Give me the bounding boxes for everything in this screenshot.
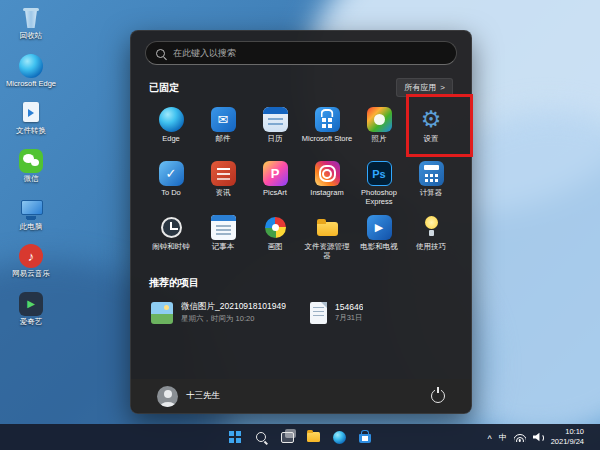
task-view-button[interactable] <box>277 427 297 447</box>
desktop-icon-label: 此电脑 <box>20 223 43 232</box>
play-icon <box>19 292 43 316</box>
app-label: 日历 <box>268 135 283 144</box>
file-convert-icon <box>19 101 43 125</box>
app-label: 计算器 <box>420 189 443 198</box>
app-label: 电影和电视 <box>360 243 398 252</box>
pinned-app-movies-tv[interactable]: 电影和电视 <box>353 212 405 266</box>
movies-tv-icon <box>367 215 392 240</box>
pinned-app-alarms[interactable]: 闹钟和时钟 <box>145 212 197 266</box>
pinned-app-calculator[interactable]: 计算器 <box>405 158 457 212</box>
recommended-grid: 微信图片_20210918101949 星期六，时间为 10:20 154646… <box>145 296 457 329</box>
calendar-icon <box>263 107 288 132</box>
app-label: 画图 <box>268 243 283 252</box>
desktop-icon-column: 回收站 Microsoft Edge 文件转换 微信 此电脑 网易云音乐 爱奇艺 <box>4 6 58 326</box>
all-apps-button[interactable]: 所有应用 > <box>396 78 453 97</box>
picsart-icon <box>263 161 288 186</box>
desktop-icon-music[interactable]: 网易云音乐 <box>4 244 58 279</box>
input-method-indicator[interactable]: 中 <box>499 432 507 443</box>
power-button[interactable] <box>431 389 445 403</box>
tray-expand-button[interactable]: ^ <box>487 435 491 444</box>
document-icon <box>310 302 327 324</box>
user-name[interactable]: 十三先生 <box>186 390 220 402</box>
recommended-item-subtitle: 7月31日 <box>335 313 363 323</box>
desktop-icon-label: Microsoft Edge <box>6 80 56 89</box>
pinned-app-paint[interactable]: 画图 <box>249 212 301 266</box>
lightbulb-icon <box>419 215 444 240</box>
app-label: Photoshop Express <box>353 189 405 206</box>
chevron-right-icon: > <box>440 83 445 92</box>
app-label: 照片 <box>372 135 387 144</box>
pinned-app-news[interactable]: 资讯 <box>197 158 249 212</box>
desktop-icon-this-pc[interactable]: 此电脑 <box>4 197 58 232</box>
folder-icon <box>307 432 320 442</box>
app-label: 文件资源管理器 <box>301 243 353 260</box>
pinned-header: 已固定 所有应用 > <box>145 78 457 97</box>
pinned-app-notepad[interactable]: 记事本 <box>197 212 249 266</box>
recommended-item[interactable]: 154646 7月31日 <box>304 296 457 329</box>
pinned-app-todo[interactable]: To Do <box>145 158 197 212</box>
desktop: 回收站 Microsoft Edge 文件转换 微信 此电脑 网易云音乐 爱奇艺 <box>0 0 600 450</box>
pinned-app-photoshop-express[interactable]: Photoshop Express <box>353 158 405 212</box>
task-view-icon <box>281 432 294 443</box>
clock-icon <box>159 215 184 240</box>
taskbar-clock[interactable]: 10:10 2021/9/24 <box>551 427 584 447</box>
pinned-app-picsart[interactable]: PicsArt <box>249 158 301 212</box>
app-label: Instagram <box>310 189 343 198</box>
clock-date: 2021/9/24 <box>551 437 584 447</box>
recommended-item-text: 微信图片_20210918101949 星期六，时间为 10:20 <box>181 301 286 324</box>
start-button[interactable] <box>225 427 245 447</box>
taskbar: ^ 中 10:10 2021/9/24 <box>0 424 600 450</box>
app-label: 资讯 <box>216 189 231 198</box>
image-thumbnail-icon <box>151 302 173 324</box>
pinned-app-mail[interactable]: 邮件 <box>197 104 249 158</box>
instagram-icon <box>315 161 340 186</box>
desktop-icon-label: 微信 <box>24 175 39 184</box>
store-icon <box>359 434 371 443</box>
pinned-app-settings[interactable]: 设置 <box>405 104 457 158</box>
user-avatar[interactable] <box>157 386 178 407</box>
search-icon <box>256 432 266 442</box>
file-explorer-button[interactable] <box>303 427 323 447</box>
desktop-icon-recycle-bin[interactable]: 回收站 <box>4 6 58 41</box>
pinned-app-file-explorer[interactable]: 文件资源管理器 <box>301 212 353 266</box>
desktop-icon-file-convert[interactable]: 文件转换 <box>4 101 58 136</box>
pinned-app-calendar[interactable]: 日历 <box>249 104 301 158</box>
desktop-icon-edge[interactable]: Microsoft Edge <box>4 54 58 89</box>
search-input[interactable] <box>171 47 446 59</box>
folder-icon <box>315 215 340 240</box>
taskbar-search-button[interactable] <box>251 427 271 447</box>
recommended-item-subtitle: 星期六，时间为 10:20 <box>181 314 286 324</box>
pinned-app-store[interactable]: Microsoft Store <box>301 104 353 158</box>
app-label: 邮件 <box>216 135 231 144</box>
todo-icon <box>159 161 184 186</box>
settings-gear-icon <box>419 107 444 132</box>
app-label: 记事本 <box>212 243 235 252</box>
store-icon <box>315 107 340 132</box>
start-search-box[interactable] <box>145 41 457 65</box>
pinned-app-edge[interactable]: Edge <box>145 104 197 158</box>
desktop-icon-label: 文件转换 <box>16 127 46 136</box>
desktop-icon-wechat[interactable]: 微信 <box>4 149 58 184</box>
store-button[interactable] <box>355 427 375 447</box>
desktop-icon-label: 爱奇艺 <box>20 318 43 327</box>
music-note-icon <box>19 244 43 268</box>
pinned-app-photos[interactable]: 照片 <box>353 104 405 158</box>
recommended-item[interactable]: 微信图片_20210918101949 星期六，时间为 10:20 <box>145 296 298 329</box>
desktop-icon-video-app[interactable]: 爱奇艺 <box>4 292 58 327</box>
desktop-icon-label: 回收站 <box>20 32 43 41</box>
app-label: 闹钟和时钟 <box>152 243 190 252</box>
pinned-app-instagram[interactable]: Instagram <box>301 158 353 212</box>
clock-time: 10:10 <box>565 427 584 437</box>
app-label: Edge <box>162 135 180 144</box>
photos-icon <box>367 107 392 132</box>
network-icon[interactable] <box>514 433 526 442</box>
pinned-app-tips[interactable]: 使用技巧 <box>405 212 457 266</box>
edge-button[interactable] <box>329 427 349 447</box>
recommended-item-title: 154646 <box>335 302 363 312</box>
volume-icon[interactable] <box>533 432 544 442</box>
monitor-icon <box>19 197 43 221</box>
windows-logo-icon <box>229 431 241 443</box>
paint-palette-icon <box>263 215 288 240</box>
pinned-title: 已固定 <box>149 81 179 95</box>
edge-icon <box>19 54 43 78</box>
